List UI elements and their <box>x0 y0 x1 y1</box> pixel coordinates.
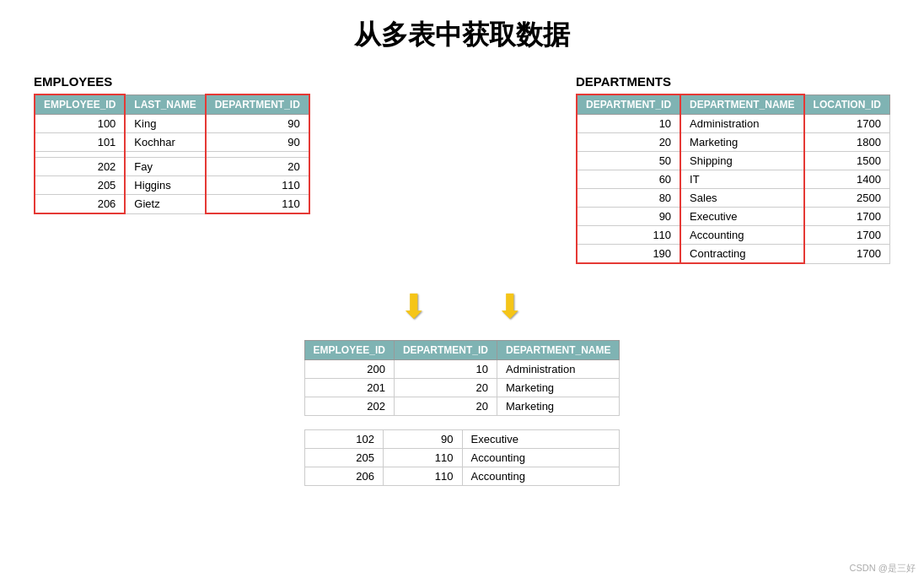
dept-row: 110Accounting1700 <box>577 226 890 245</box>
dept-row: 80Sales2500 <box>577 189 890 208</box>
emp-row: 206Gietz110 <box>35 195 309 214</box>
dept-header-deptname: DEPARTMENT_NAME <box>680 94 803 115</box>
top-section: EMPLOYEES EMPLOYEE_ID LAST_NAME DEPARTME… <box>17 74 907 264</box>
result-row: 205110Accounting <box>304 449 620 467</box>
result-row: 10290Executive <box>304 430 620 449</box>
dept-header-locid: LOCATION_ID <box>804 94 890 115</box>
emp-row <box>35 152 309 158</box>
arrow-left: ⬇ <box>400 289 428 323</box>
dept-row: 20Marketing1800 <box>577 133 890 152</box>
bottom-section: EMPLOYEE_ID DEPARTMENT_ID DEPARTMENT_NAM… <box>17 340 907 486</box>
emp-header-deptid: DEPARTMENT_ID <box>206 94 309 115</box>
dept-header-deptid: DEPARTMENT_ID <box>577 94 680 115</box>
emp-header-lastname: LAST_NAME <box>125 94 205 115</box>
emp-row: 101Kochhar90 <box>35 133 309 152</box>
result-header-empid: EMPLOYEE_ID <box>304 341 394 360</box>
dept-row: 190Contracting1700 <box>577 245 890 264</box>
result-table-2: 10290Executive205110Accounting206110Acco… <box>304 429 620 486</box>
result-header-deptid: DEPARTMENT_ID <box>394 341 497 360</box>
result-tables-wrapper: EMPLOYEE_ID DEPARTMENT_ID DEPARTMENT_NAM… <box>304 340 620 486</box>
employees-label: EMPLOYEES <box>34 74 310 89</box>
dept-row: 50Shipping1500 <box>577 152 890 170</box>
result-header-deptname: DEPARTMENT_NAME <box>497 341 620 360</box>
result-row: 20120Marketing <box>304 379 620 397</box>
emp-row: 202Fay20 <box>35 158 309 176</box>
page-title: 从多表中获取数据 <box>17 17 907 54</box>
dept-row: 60IT1400 <box>577 170 890 189</box>
result-row: 206110Accounting <box>304 467 620 486</box>
departments-table: DEPARTMENT_ID DEPARTMENT_NAME LOCATION_I… <box>576 94 890 264</box>
emp-header-empid: EMPLOYEE_ID <box>35 94 125 115</box>
result-row: 20220Marketing <box>304 397 620 416</box>
emp-row: 100King90 <box>35 115 309 133</box>
dept-row: 90Executive1700 <box>577 208 890 226</box>
dept-row: 10Administration1700 <box>577 115 890 133</box>
departments-section: DEPARTMENTS DEPARTMENT_ID DEPARTMENT_NAM… <box>576 74 890 264</box>
departments-label: DEPARTMENTS <box>576 74 890 89</box>
employees-section: EMPLOYEES EMPLOYEE_ID LAST_NAME DEPARTME… <box>34 74 310 214</box>
result-row: 20010Administration <box>304 360 620 379</box>
employees-table: EMPLOYEE_ID LAST_NAME DEPARTMENT_ID 100K… <box>34 94 310 214</box>
emp-row: 205Higgins110 <box>35 176 309 195</box>
arrow-right: ⬇ <box>496 289 524 323</box>
watermark: CSDN @是三好 <box>850 562 916 575</box>
arrows-section: ⬇ ⬇ <box>17 289 907 323</box>
result-table-1: EMPLOYEE_ID DEPARTMENT_ID DEPARTMENT_NAM… <box>304 340 620 416</box>
